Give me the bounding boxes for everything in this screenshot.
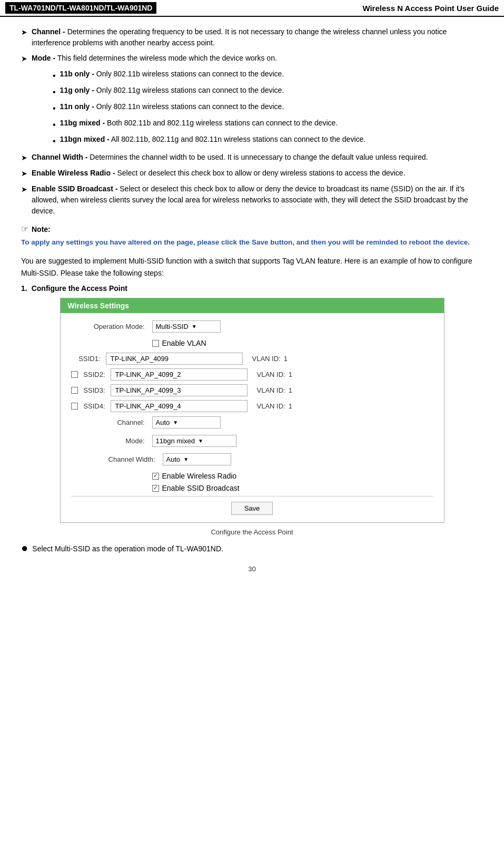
channel-width-label: Channel Width: (71, 455, 155, 463)
ssid3-vlan-value: 1 (289, 386, 292, 394)
ssid-section: SSID1: VLAN ID: 1 SSID2: VLAN ID: 1 (71, 353, 433, 412)
enable-vlan-checkbox[interactable] (152, 340, 159, 347)
channel-row: Channel: Auto ▼ (71, 416, 433, 429)
page-header: TL-WA701ND/TL-WA801ND/TL-WA901ND Wireles… (0, 0, 504, 17)
sub-bullet-11n-text: 11n only - Only 802.11n wireless station… (60, 101, 284, 115)
note-heading: Note: (32, 225, 51, 233)
page-number: 30 (21, 565, 483, 573)
operation-mode-field: Multi-SSID ▼ (152, 320, 433, 333)
main-content: ➤ Channel - Determines the operating fre… (0, 17, 504, 583)
sub-dot-icon4: • (53, 119, 56, 131)
numbered-section-1: 1.Configure the Access Point Wireless Se… (21, 284, 483, 554)
ssid3-checkbox[interactable] (71, 387, 78, 394)
ssid4-vlan-value: 1 (289, 402, 292, 410)
product-model: TL-WA701ND/TL-WA801ND/TL-WA901ND (5, 2, 156, 14)
sub-bullet-11bgn-text: 11bgn mixed - All 802.11b, 802.11g and 8… (60, 134, 366, 148)
circle-dot-icon: ● (21, 542, 28, 554)
sub-bullet-11b: • 11b only - Only 802.11b wireless stati… (53, 69, 483, 82)
ssid3-input[interactable] (111, 384, 248, 396)
channel-width-row: Channel Width: Auto ▼ (71, 453, 433, 465)
ssid1-label: SSID1: (71, 355, 101, 363)
ssid1-input[interactable] (106, 353, 243, 365)
channel-arrow-icon: ▼ (173, 420, 178, 425)
operation-mode-select[interactable]: Multi-SSID ▼ (152, 320, 221, 333)
select-arrow-icon: ▼ (192, 324, 197, 329)
bullet-mode: ➤ Mode - This field determines the wirel… (21, 53, 483, 64)
ssid2-input[interactable] (111, 368, 248, 381)
wireless-box-header: Wireless Settings (61, 298, 444, 313)
enable-wireless-radio-row: Enable Wireless Radio (152, 472, 433, 480)
sub-bullet-11g: • 11g only - Only 802.11g wireless stati… (53, 85, 483, 99)
channel-label: Channel: (71, 418, 145, 426)
sub-dot-icon5: • (53, 135, 56, 148)
mode-label: Mode: (71, 437, 145, 445)
enable-wireless-radio-label: Enable Wireless Radio (162, 472, 237, 480)
ssid1-vlan-label: VLAN ID: (252, 355, 281, 363)
bullet-arrow-icon3: ➤ (21, 152, 27, 163)
ssid4-label: SSID4: (81, 402, 105, 410)
channel-width-select[interactable]: Auto ▼ (163, 453, 231, 465)
ssid1-row: SSID1: VLAN ID: 1 (71, 353, 433, 365)
mode-field: 11bgn mixed ▼ (152, 435, 433, 447)
bullet-channel: ➤ Channel - Determines the operating fre… (21, 26, 483, 48)
enable-ssid-broadcast-checkbox[interactable] (152, 485, 159, 492)
ssid3-vlan-label: VLAN ID: (257, 386, 285, 394)
wireless-box-body: Operation Mode: Multi-SSID ▼ Enable VLAN (61, 313, 444, 522)
enable-vlan-row: Enable VLAN (152, 339, 433, 347)
body-paragraph: You are suggested to implement Multi-SSI… (21, 255, 483, 279)
ssid4-checkbox[interactable] (71, 403, 78, 410)
ssid4-input[interactable] (111, 400, 248, 412)
sub-dot-icon: • (53, 70, 56, 82)
sub-bullet-11bgn: • 11bgn mixed - All 802.11b, 802.11g and… (53, 134, 483, 148)
ssid2-vlan-value: 1 (289, 371, 292, 378)
note-icon: ☞ (21, 224, 28, 234)
bullet-enable-wireless-text: Enable Wireless Radio - Select or desele… (32, 168, 483, 179)
bullet-channel-width: ➤ Channel Width - Determines the channel… (21, 152, 483, 163)
enable-wireless-radio-checkbox[interactable] (152, 473, 159, 480)
mode-select[interactable]: 11bgn mixed ▼ (152, 435, 236, 447)
sub-bullet-11b-text: 11b only - Only 802.11b wireless station… (60, 69, 284, 82)
bullet-enable-ssid: ➤ Enable SSID Broadcast - Select or dese… (21, 183, 483, 217)
ssid4-vlan-label: VLAN ID: (257, 402, 285, 410)
ssid1-vlan-value: 1 (284, 355, 288, 363)
enable-ssid-broadcast-label: Enable SSID Broadcast (162, 484, 240, 492)
note-text: To apply any settings you have altered o… (21, 237, 483, 248)
bullet-arrow-icon4: ➤ (21, 168, 27, 179)
wireless-settings-box: Wireless Settings Operation Mode: Multi-… (60, 298, 444, 523)
bullet-arrow-icon2: ➤ (21, 53, 27, 64)
note-label: ☞ Note: (21, 224, 483, 234)
note-section: ☞ Note: To apply any settings you have a… (21, 224, 483, 248)
final-bullet-item: ● Select Multi-SSID as the operation mod… (21, 543, 483, 554)
ssid3-row: SSID3: VLAN ID: 1 (71, 384, 433, 396)
guide-title: Wireless N Access Point User Guide (362, 4, 499, 13)
channel-field: Auto ▼ (152, 416, 433, 429)
mode-arrow-icon: ▼ (198, 438, 203, 444)
save-row: Save (71, 496, 433, 515)
bullet-enable-ssid-text: Enable SSID Broadcast - Select or desele… (32, 183, 483, 217)
sub-bullet-11bg-text: 11bg mixed - Both 802.11b and 802.11g wi… (60, 118, 338, 131)
enable-ssid-broadcast-row: Enable SSID Broadcast (152, 484, 433, 492)
ssid2-label: SSID2: (81, 371, 105, 378)
mode-sub-bullets: • 11b only - Only 802.11b wireless stati… (53, 69, 483, 148)
figure-caption: Configure the Access Point (21, 528, 483, 536)
ssid2-row: SSID2: VLAN ID: 1 (71, 368, 433, 381)
channel-width-arrow-icon: ▼ (183, 456, 189, 462)
bullet-arrow-icon: ➤ (21, 27, 27, 48)
bullet-channel-text: Channel - Determines the operating frequ… (32, 26, 483, 48)
channel-select[interactable]: Auto ▼ (152, 416, 221, 429)
section-heading: 1.Configure the Access Point (21, 284, 483, 293)
ssid3-label: SSID3: (81, 386, 105, 394)
channel-width-field: Auto ▼ (163, 453, 433, 465)
mode-row: Mode: 11bgn mixed ▼ (71, 435, 433, 447)
ssid2-vlan-label: VLAN ID: (257, 371, 285, 378)
sub-bullet-11bg: • 11bg mixed - Both 802.11b and 802.11g … (53, 118, 483, 131)
operation-mode-row: Operation Mode: Multi-SSID ▼ (71, 320, 433, 333)
bullet-channel-width-text: Channel Width - Determines the channel w… (32, 152, 483, 163)
ssid4-row: SSID4: VLAN ID: 1 (71, 400, 433, 412)
ssid2-checkbox[interactable] (71, 371, 78, 378)
operation-mode-label: Operation Mode: (71, 323, 145, 330)
sub-dot-icon2: • (53, 86, 56, 99)
bullet-arrow-icon5: ➤ (21, 184, 27, 217)
save-button[interactable]: Save (231, 502, 273, 515)
enable-vlan-label: Enable VLAN (162, 339, 206, 347)
